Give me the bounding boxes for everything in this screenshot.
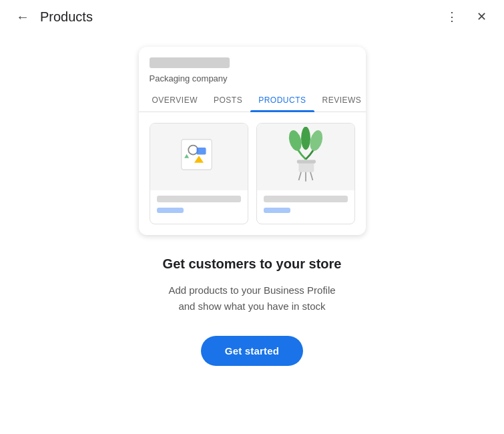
card-header: Packaging company: [139, 47, 366, 89]
back-icon: ←: [16, 9, 29, 25]
svg-point-8: [301, 127, 310, 150]
more-options-button[interactable]: ⋮: [440, 5, 464, 29]
svg-point-7: [286, 129, 303, 152]
product2-title-line: [264, 196, 348, 202]
product-image-1: [150, 124, 248, 190]
svg-line-12: [310, 172, 313, 180]
product1-illustration: [176, 134, 222, 180]
product-card-1[interactable]: [150, 123, 248, 224]
tab-overview[interactable]: OVERVIEW: [144, 89, 206, 112]
svg-rect-2: [196, 148, 206, 155]
close-icon: ✕: [477, 9, 487, 24]
svg-rect-6: [296, 160, 315, 163]
promo-title: Get customers to your store: [163, 256, 342, 272]
page-title: Products: [40, 9, 93, 25]
header-actions: ⋮ ✕: [440, 5, 493, 29]
svg-line-10: [298, 172, 301, 180]
main-content: Packaging company OVERVIEW POSTS PRODUCT…: [0, 33, 504, 366]
company-name: Packaging company: [150, 73, 355, 83]
more-icon: ⋮: [446, 9, 458, 24]
header: ← Products ⋮ ✕: [0, 0, 504, 33]
tab-reviews[interactable]: REVIEWS: [314, 89, 366, 112]
business-profile-card: Packaging company OVERVIEW POSTS PRODUCT…: [139, 47, 366, 235]
product2-price-line: [264, 208, 290, 213]
back-button[interactable]: ←: [11, 5, 35, 29]
products-grid: [139, 112, 366, 235]
company-logo-placeholder: [150, 57, 230, 68]
product1-title-line: [157, 196, 241, 202]
svg-point-9: [308, 129, 324, 152]
product-image-2: [257, 124, 354, 190]
tab-products[interactable]: PRODUCTS: [250, 89, 314, 112]
promo-description: Add products to your Business Profile an…: [163, 282, 342, 314]
tab-posts[interactable]: POSTS: [206, 89, 250, 112]
get-started-button[interactable]: Get started: [201, 336, 303, 366]
product1-price-line: [157, 208, 184, 213]
profile-tabs: OVERVIEW POSTS PRODUCTS REVIEWS: [139, 89, 366, 112]
close-button[interactable]: ✕: [469, 5, 493, 29]
product2-illustration: [282, 127, 329, 187]
product-card-2[interactable]: [256, 123, 355, 224]
promo-section: Get customers to your store Add products…: [136, 256, 368, 314]
svg-rect-0: [181, 140, 212, 170]
